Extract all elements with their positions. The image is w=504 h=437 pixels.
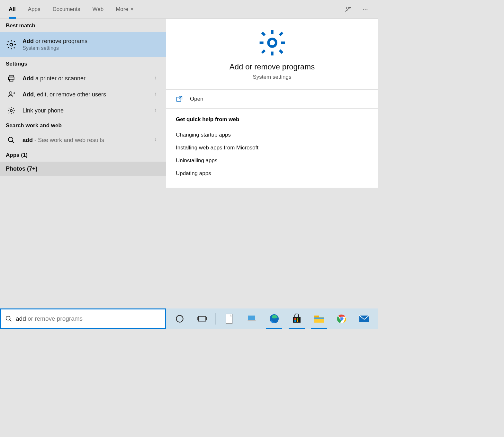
tab-all[interactable]: All [3,0,22,19]
taskbar-separator [215,313,216,325]
help-link[interactable]: Uninstalling apps [176,154,368,167]
svg-point-13 [6,316,10,320]
svg-rect-22 [294,320,296,322]
section-photos-label: Photos (7+) [6,165,160,172]
open-label: Open [190,96,203,102]
printer-icon [6,73,17,84]
result-link-phone[interactable]: Link your phone 〉 [0,103,166,119]
result-title: Link your phone [22,107,148,114]
result-best-match[interactable]: Add or remove programs System settings [0,32,166,57]
svg-point-8 [9,92,12,94]
svg-rect-23 [297,320,298,322]
section-photos[interactable]: Photos (7+) [0,162,166,176]
result-add-printer[interactable]: Add a printer or scanner 〉 [0,70,166,86]
task-view-icon[interactable] [191,308,213,329]
result-title: add - See work and web results [22,137,148,144]
svg-rect-20 [294,318,296,320]
user-plus-icon [6,89,17,100]
help-link[interactable]: Installing web apps from Microsoft [176,141,368,154]
svg-rect-17 [248,316,255,320]
open-action[interactable]: Open [166,89,378,109]
cortana-icon[interactable] [168,308,191,329]
chevron-down-icon: ▼ [130,7,134,12]
tab-more[interactable]: More▼ [110,0,140,19]
svg-point-30 [340,317,343,320]
gear-icon-large [173,28,372,57]
svg-rect-21 [297,318,298,320]
svg-rect-15 [199,317,206,321]
taskbar-app-store[interactable] [285,308,308,329]
chevron-right-icon: 〉 [154,108,160,113]
taskbar [166,308,378,329]
taskbar-app-document[interactable] [218,308,240,329]
search-panel: All Apps Documents Web More▼ Best match … [0,0,378,308]
result-add-users[interactable]: Add, edit, or remove other users 〉 [0,86,166,103]
result-web-search[interactable]: add - See work and web results 〉 [0,132,166,148]
svg-point-11 [268,39,276,47]
taskbar-app-chrome[interactable] [330,308,353,329]
search-icon [6,135,17,146]
result-title: Add, edit, or remove other users [22,91,148,98]
preview-pane: Add or remove programs System settings O… [166,19,378,308]
result-title: Add a printer or scanner [22,75,148,82]
svg-point-10 [8,137,13,142]
help-link[interactable]: Changing startup apps [176,129,368,141]
taskbar-app-explorer[interactable] [308,308,330,329]
svg-rect-7 [10,79,13,81]
result-title: Add or remove programs [22,38,160,45]
help-link[interactable]: Updating apps [176,167,368,180]
tab-web[interactable]: Web [86,0,110,19]
result-subtitle: System settings [22,45,160,51]
svg-point-4 [10,43,13,46]
svg-point-2 [365,9,366,10]
section-search-web: Search work and web [0,119,166,132]
taskbar-app-edge[interactable] [263,308,285,329]
svg-point-14 [176,316,183,322]
open-icon [176,95,183,103]
feedback-icon[interactable] [345,5,352,13]
gear-icon [6,105,17,116]
gear-icon [6,39,17,50]
svg-rect-16 [226,314,232,323]
tab-apps[interactable]: Apps [22,0,47,19]
tab-documents[interactable]: Documents [46,0,86,19]
tab-more-label: More [116,6,128,13]
search-text: add or remove programs [13,315,83,322]
results-list: Best match Add or remove programs System… [0,19,166,308]
section-apps[interactable]: Apps (1) [0,148,166,162]
chevron-right-icon: 〉 [154,92,160,97]
svg-point-0 [346,7,349,9]
svg-point-3 [367,9,368,10]
help-title: Get quick help from web [176,116,368,123]
section-settings: Settings [0,57,166,70]
taskbar-app-mail[interactable] [353,308,375,329]
chevron-right-icon: 〉 [154,76,160,81]
preview-subtitle: System settings [173,74,372,80]
tabs-bar: All Apps Documents Web More▼ [0,0,378,19]
preview-title: Add or remove programs [173,62,372,71]
search-icon [4,315,13,322]
svg-point-1 [363,9,364,10]
chevron-right-icon: 〉 [154,137,160,143]
taskbar-app-laptop[interactable] [240,308,263,329]
svg-rect-25 [314,316,319,317]
section-best-match: Best match [0,19,166,32]
more-options-icon[interactable] [361,5,369,13]
search-box[interactable]: add or remove programs [0,308,166,329]
svg-rect-26 [314,317,324,319]
svg-point-9 [10,110,13,112]
